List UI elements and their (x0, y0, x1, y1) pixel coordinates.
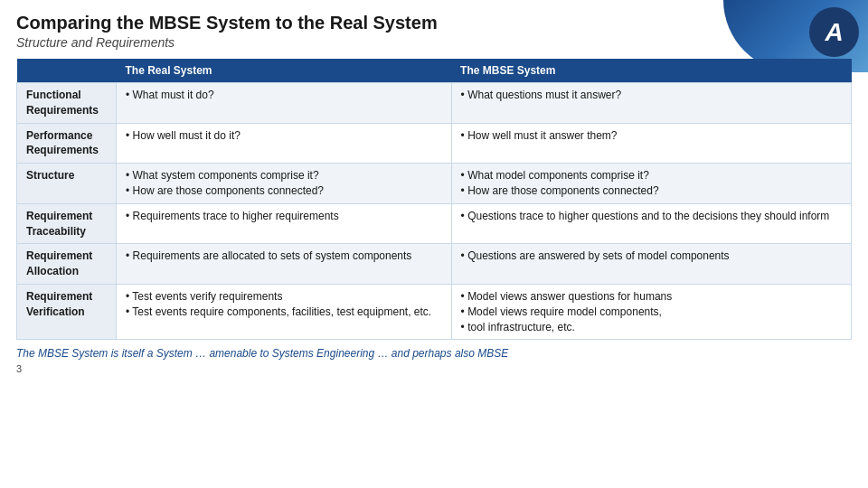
row-mbse-system: What model components comprise it?How ar… (451, 164, 851, 204)
row-label: Requirement Verification (17, 284, 117, 339)
col-header-real: The Real System (117, 59, 452, 83)
col-header-mbse: The MBSE System (451, 59, 851, 83)
row-mbse-system: Questions trace to higher questions and … (451, 203, 851, 244)
table-row: Functional RequirementsWhat must it do?W… (17, 83, 852, 124)
row-mbse-system: What questions must it answer? (451, 83, 851, 124)
table-row: StructureWhat system components comprise… (17, 164, 852, 204)
row-mbse-system: Questions are answered by sets of model … (451, 244, 851, 285)
comparison-table: The Real System The MBSE System Function… (16, 59, 852, 340)
page-title: Comparing the MBSE System to the Real Sy… (16, 13, 852, 33)
row-label: Requirement Allocation (17, 244, 117, 285)
page-number: 3 (16, 363, 852, 374)
row-label: Structure (17, 164, 117, 204)
row-real-system: What system components comprise it?How a… (117, 164, 452, 204)
table-row: Requirement TraceabilityRequirements tra… (17, 203, 852, 244)
row-mbse-system: How well must it answer them? (451, 123, 851, 164)
row-real-system: What must it do? (117, 83, 452, 124)
row-label: Requirement Traceability (17, 203, 117, 244)
row-label: Functional Requirements (17, 83, 117, 124)
row-real-system: Test events verify requirementsTest even… (117, 284, 452, 339)
row-real-system: How well must it do it? (117, 123, 452, 164)
row-mbse-system: Model views answer questions for humansM… (451, 284, 851, 339)
table-row: Requirement AllocationRequirements are a… (17, 244, 852, 285)
col-header-empty (17, 59, 117, 83)
row-real-system: Requirements are allocated to sets of sy… (117, 244, 452, 285)
table-row: Performance RequirementsHow well must it… (17, 123, 852, 164)
logo: A (809, 7, 859, 57)
row-real-system: Requirements trace to higher requirement… (117, 203, 452, 244)
footer-text: The MBSE System is itself a System … ame… (16, 347, 852, 360)
page-subtitle: Structure and Requirements (16, 35, 852, 50)
logo-letter: A (825, 18, 843, 47)
row-label: Performance Requirements (17, 123, 117, 164)
table-row: Requirement VerificationTest events veri… (17, 284, 852, 339)
